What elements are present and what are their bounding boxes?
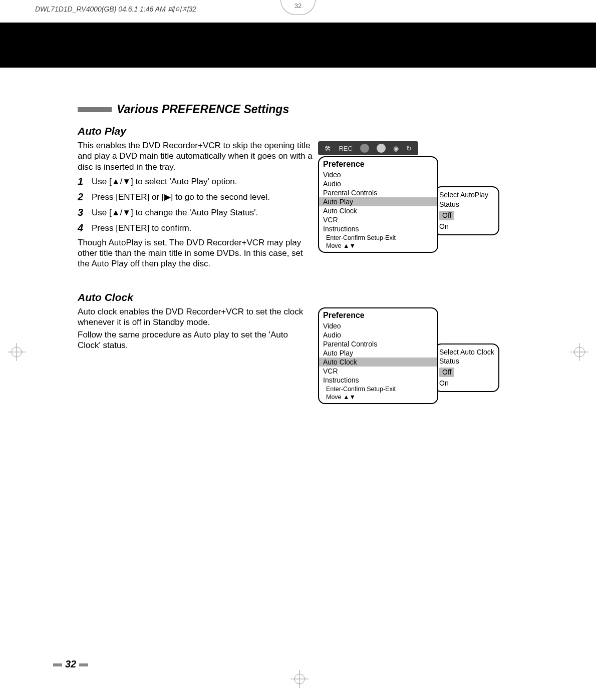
step-text: Use [▲/▼] to change the 'Auto Play Statu… — [92, 206, 313, 219]
print-header: DWL71D1D_RV4000(GB) 04.6.1 1:46 AM 페이지32 — [35, 5, 196, 14]
section-title: Various PREFERENCE Settings — [117, 103, 289, 116]
step-2: 2 Press [ENTER] or [▶] to go to the seco… — [78, 191, 313, 203]
auto-play-text-column: This enables the DVD Recorder+VCR to ski… — [78, 140, 313, 271]
menu-item-video[interactable]: Video — [319, 321, 437, 330]
side-title: Select Auto Clock Status — [439, 347, 494, 367]
menu-header: Preference — [319, 311, 437, 321]
auto-clock-heading: Auto Clock — [78, 291, 518, 303]
auto-clock-menu-row: Preference Video Audio Parental Controls… — [318, 307, 518, 404]
step-4: 4 Press [ENTER] to confirm. — [78, 222, 313, 234]
menu-item-vcr[interactable]: VCR — [319, 367, 437, 376]
refresh-icon: ↻ — [406, 145, 412, 152]
auto-clock-para2: Follow the same procedure as Auto play t… — [78, 329, 313, 351]
menu-hint-enter: Enter-Confirm Setup-Exit — [319, 233, 437, 241]
auto-play-intro: This enables the DVD Recorder+VCR to ski… — [78, 140, 313, 172]
side-title: Select AutoPlay Status — [439, 190, 494, 209]
menu-item-vcr[interactable]: VCR — [319, 215, 437, 224]
auto-play-section: Auto Play This enables the DVD Recorder+… — [78, 125, 518, 271]
page-number: 32 — [50, 658, 91, 670]
menu-item-parental[interactable]: Parental Controls — [319, 188, 437, 197]
menu-item-autoclock[interactable]: Auto Clock — [319, 206, 437, 215]
crop-page-number: 32 — [280, 0, 316, 15]
menu-item-instructions[interactable]: Instructions — [319, 224, 437, 233]
option-off[interactable]: Off — [439, 368, 454, 377]
menu-item-parental[interactable]: Parental Controls — [319, 339, 437, 348]
menu-item-audio[interactable]: Audio — [319, 179, 437, 188]
step-num: 4 — [78, 222, 92, 234]
ring-icon — [377, 144, 386, 153]
title-bar-decoration — [78, 107, 112, 112]
auto-play-heading: Auto Play — [78, 125, 518, 137]
step-num: 1 — [78, 175, 92, 188]
menu-hint-move: Move ▲▼ — [319, 241, 437, 249]
menu-item-instructions[interactable]: Instructions — [319, 376, 437, 385]
auto-play-menu-row: Preference Video Audio Parental Controls… — [318, 156, 518, 253]
auto-clock-menu-column: Preference Video Audio Parental Controls… — [318, 306, 518, 404]
step-num: 3 — [78, 206, 92, 219]
menu-item-video[interactable]: Video — [319, 170, 437, 179]
preference-menu-autoclock: Preference Video Audio Parental Controls… — [318, 307, 438, 404]
menu-header: Preference — [319, 160, 437, 170]
autoclock-status-box: Select Auto Clock Status Off On — [434, 343, 499, 393]
menu-hint-move: Move ▲▼ — [319, 393, 437, 401]
option-on[interactable]: On — [439, 379, 494, 388]
menu-item-autoplay[interactable]: Auto Play — [319, 348, 437, 358]
auto-play-note: Though AutoPlay is set, The DVD Recorder… — [78, 237, 313, 269]
preference-menu-autoplay: Preference Video Audio Parental Controls… — [318, 156, 438, 253]
step-3: 3 Use [▲/▼] to change the 'Auto Play Sta… — [78, 206, 313, 219]
step-1: 1 Use [▲/▼] to select 'Auto Play' option… — [78, 175, 313, 188]
registration-mark-left — [8, 343, 26, 361]
step-text: Use [▲/▼] to select 'Auto Play' option. — [92, 175, 313, 188]
globe-icon — [360, 144, 369, 153]
black-band — [0, 23, 596, 68]
option-on[interactable]: On — [439, 222, 494, 231]
disc-icon: ◉ — [393, 145, 399, 152]
menu-hint-enter: Enter-Confirm Setup-Exit — [319, 385, 437, 393]
menu-item-autoplay[interactable]: Auto Play — [319, 197, 437, 206]
autoplay-status-box: Select AutoPlay Status Off On — [434, 186, 499, 235]
step-text: Press [ENTER] to confirm. — [92, 222, 313, 234]
auto-clock-text-column: Auto clock enables the DVD Recorder+VCR … — [78, 306, 313, 404]
rec-icon: REC — [339, 145, 352, 152]
auto-clock-section: Auto Clock Auto clock enables the DVD Re… — [78, 291, 518, 404]
auto-clock-para1: Auto clock enables the DVD Recorder+VCR … — [78, 306, 313, 328]
auto-play-menu-column: 🛠 REC ◉ ↻ Preference Video Audio Parenta… — [318, 140, 518, 271]
page-content: Various PREFERENCE Settings Auto Play Th… — [78, 103, 518, 424]
tools-icon: 🛠 — [325, 145, 331, 152]
section-title-row: Various PREFERENCE Settings — [78, 103, 518, 116]
setup-icon-bar: 🛠 REC ◉ ↻ — [318, 141, 418, 155]
registration-mark-right — [570, 343, 588, 361]
step-num: 2 — [78, 191, 92, 203]
menu-item-autoclock[interactable]: Auto Clock — [319, 358, 437, 367]
option-off[interactable]: Off — [439, 211, 454, 220]
registration-mark-bottom — [290, 670, 309, 688]
step-text: Press [ENTER] or [▶] to go to the second… — [92, 191, 313, 203]
menu-item-audio[interactable]: Audio — [319, 330, 437, 339]
